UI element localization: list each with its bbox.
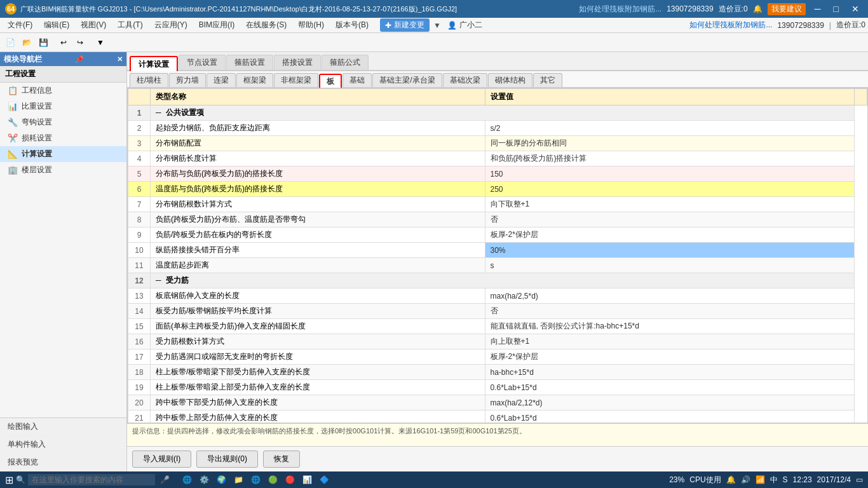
taskbar-app-8[interactable]: 📊 [302, 475, 312, 484]
nav-close-icon[interactable]: ✕ [117, 55, 123, 64]
table-row[interactable]: 11 温度筋起步距离 s [128, 258, 867, 273]
tab-slab[interactable]: 板 [319, 74, 342, 88]
tab-non-frame-beam[interactable]: 非框架梁 [274, 73, 318, 87]
undo-btn[interactable]: ↩ [56, 36, 71, 50]
tab-coupling-beam[interactable]: 连梁 [207, 73, 236, 87]
redo-btn[interactable]: ↪ [72, 36, 88, 50]
save-btn[interactable]: 💾 [36, 36, 51, 50]
taskbar-app-1[interactable]: 🌐 [182, 475, 192, 484]
show-desktop-btn[interactable]: ▭ [856, 475, 863, 484]
sidebar-item-calc[interactable]: 📐 计算设置 [0, 146, 126, 162]
struct-tab-bar: 柱/墙柱 剪力墙 连梁 框架梁 非框架梁 板 基础 基础主梁/承台梁 [127, 71, 868, 88]
tab-column-wall[interactable]: 柱/墙柱 [130, 73, 168, 87]
table-row[interactable]: 6 温度筋与负筋(跨板受力筋)的搭接长度 250 [128, 182, 867, 197]
tab-foundation[interactable]: 基础 [342, 73, 372, 87]
menu-online[interactable]: 在线服务(S) [241, 18, 292, 32]
bell-icon[interactable]: 🔔 [753, 4, 763, 13]
ime-icon[interactable]: S [783, 475, 788, 484]
menu-bim[interactable]: BIM应用(I) [194, 18, 240, 32]
tab-masonry[interactable]: 砌体结构 [488, 73, 532, 87]
table-row[interactable]: 3 分布钢筋配置 同一板厚的分布筋相同 [128, 136, 867, 151]
taskbar-app-2[interactable]: ⚙️ [200, 475, 209, 484]
help-link-menu[interactable]: 如何处理筏板附加钢筋... [689, 20, 772, 30]
table-row[interactable]: 8 负筋(跨板受力筋)分布筋、温度筋是否带弯勾 否 [128, 212, 867, 227]
table-row[interactable]: 16 受力筋根数计算方式 向上取整+1 [128, 334, 867, 349]
sidebar-item-project-info[interactable]: 📋 工程信息 [0, 83, 126, 98]
menu-edit[interactable]: 编辑(E) [39, 18, 74, 32]
input-method[interactable]: 中 [770, 475, 778, 485]
tab-foundation-main-beam[interactable]: 基础主梁/承台梁 [372, 73, 442, 87]
restore-btn[interactable]: □ [830, 4, 843, 14]
taskbar-app-3[interactable]: 🌍 [217, 475, 226, 484]
network-icon[interactable]: 📶 [756, 475, 765, 484]
taskbar-app-9[interactable]: 🔷 [320, 475, 329, 484]
table-row[interactable]: 21 跨中板带上部受力筋伸入支座的长度 0.6*Lab+15*d [128, 410, 867, 424]
menu-tools[interactable]: 工具(T) [112, 18, 147, 32]
sidebar-item-specific-gravity[interactable]: 📊 比重设置 [0, 98, 126, 114]
sidebar-item-floor[interactable]: 🏢 楼层设置 [0, 162, 126, 178]
import-rules-btn[interactable]: 导入规则(I) [132, 451, 191, 468]
close-btn[interactable]: ✕ [848, 4, 863, 14]
project-info-icon: 📋 [8, 86, 18, 96]
table-row[interactable]: 10 纵筋搭接接头错开百分率 30% [128, 243, 867, 258]
tb-extra1[interactable]: ▼ [93, 36, 108, 50]
minimize-btn[interactable]: ─ [811, 4, 825, 14]
nav-pin-icon[interactable]: 📌 [75, 55, 84, 64]
tab-shear-wall[interactable]: 剪力墙 [169, 73, 206, 87]
menu-version[interactable]: 版本号(B) [330, 18, 374, 32]
notify-icon[interactable]: 🔔 [726, 475, 736, 484]
table-row[interactable]: 4 分布钢筋长度计算 和负筋(跨板受力筋)搭接计算 [128, 151, 867, 166]
taskbar-app-7[interactable]: 🔴 [285, 475, 295, 484]
table-row[interactable]: 14 板受力筋/板带钢筋按平均长度计算 否 [128, 304, 867, 319]
volume-icon[interactable]: 🔊 [741, 475, 750, 484]
menu-help[interactable]: 帮助(H) [293, 18, 329, 32]
tab-calc-settings[interactable]: 计算设置 [130, 56, 178, 71]
phone-number: 13907298339 [667, 4, 713, 13]
help-link[interactable]: 如何处理筏板附加钢筋... [579, 4, 661, 15]
table-row[interactable]: 13 板底钢筋伸入支座的长度 max(ha/2,5*d) [128, 288, 867, 304]
table-row[interactable]: 15 面筋(单标主跨板受力筋)伸入支座的锚固长度 能直锚就直锚, 否则按公式计算… [128, 319, 867, 334]
table-row[interactable]: 17 受力筋遇洞口或端部无支座时的弯折长度 板厚-2*保护层 [128, 349, 867, 365]
title-badge: 64 [5, 3, 17, 15]
build-btn[interactable]: 我要建议 [768, 3, 806, 15]
tab-node-settings[interactable]: 节点设置 [179, 55, 226, 70]
export-rules-btn[interactable]: 导出规则(0) [196, 451, 258, 468]
windows-icon[interactable]: ⊞ [5, 474, 13, 486]
new-btn[interactable]: 📄 [3, 36, 18, 50]
new-change-btn[interactable]: ✚ 新建变更 [380, 18, 430, 32]
open-btn[interactable]: 📂 [19, 36, 34, 50]
table-row[interactable]: 5 分布筋与负筋(跨板受力筋)的搭接长度 150 [128, 166, 867, 182]
nav-report-preview[interactable]: 报表预览 [0, 454, 126, 471]
menu-view[interactable]: 视图(V) [76, 18, 111, 32]
module-nav: 模块导航栏 📌 ✕ 工程设置 📋 工程信息 📊 比重设置 🔧 弯钩设置 ✂️ 损… [0, 52, 127, 471]
username: 广小二 [459, 20, 482, 30]
nav-draw-input[interactable]: 绘图输入 [0, 418, 126, 436]
settings-table[interactable]: 类型名称 设置值 1 ─ 公共设置项 [127, 88, 868, 423]
table-row[interactable]: 18 柱上板带/板带暗梁下部受力筋伸入支座的长度 ha-bhc+15*d [128, 365, 867, 380]
menu-cloud[interactable]: 云应用(Y) [149, 18, 193, 32]
table-row[interactable]: 19 柱上板带/板带暗梁上部受力筋伸入支座的长度 0.6*Lab+15*d [128, 380, 867, 395]
taskbar-search[interactable] [28, 474, 155, 485]
table-row[interactable]: 9 负筋/跨板受力筋在板内的弯折长度 板厚-2*保护层 [128, 227, 867, 243]
bottom-toolbar: 导入规则(I) 导出规则(0) 恢复 [127, 446, 868, 471]
tab-frame-beam[interactable]: 框架梁 [236, 73, 273, 87]
restore-btn[interactable]: 恢复 [263, 451, 300, 468]
col-value-header: 设置值 [485, 89, 855, 105]
taskbar-app-6[interactable]: 🟢 [268, 475, 278, 484]
mic-icon[interactable]: 🎤 [160, 475, 170, 484]
table-row[interactable]: 2 起始受力钢筋、负筋距支座边距离 s/2 [128, 121, 867, 136]
nav-single-component[interactable]: 单构件输入 [0, 436, 126, 454]
tab-stirrup-formula[interactable]: 箍筋公式 [322, 55, 369, 70]
taskbar-app-4[interactable]: 📁 [234, 475, 243, 484]
taskbar-app-5[interactable]: 🌐 [251, 475, 261, 484]
tab-other[interactable]: 其它 [533, 73, 562, 87]
tab-stirrup-settings[interactable]: 箍筋设置 [226, 55, 273, 70]
tab-lap-settings[interactable]: 搭接设置 [274, 55, 321, 70]
table-row[interactable]: 20 跨中板带下部受力筋伸入支座的长度 max(ha/2,12*d) [128, 395, 867, 410]
sidebar-item-loss[interactable]: ✂️ 损耗设置 [0, 130, 126, 146]
table-row[interactable]: 7 分布钢筋根数计算方式 向下取整+1 [128, 197, 867, 212]
menu-file[interactable]: 文件(F) [3, 18, 37, 32]
tab-foundation-secondary-beam[interactable]: 基础次梁 [443, 73, 487, 87]
sidebar-item-hook[interactable]: 🔧 弯钩设置 [0, 114, 126, 130]
cost-info: 造价豆:0 [719, 4, 748, 15]
